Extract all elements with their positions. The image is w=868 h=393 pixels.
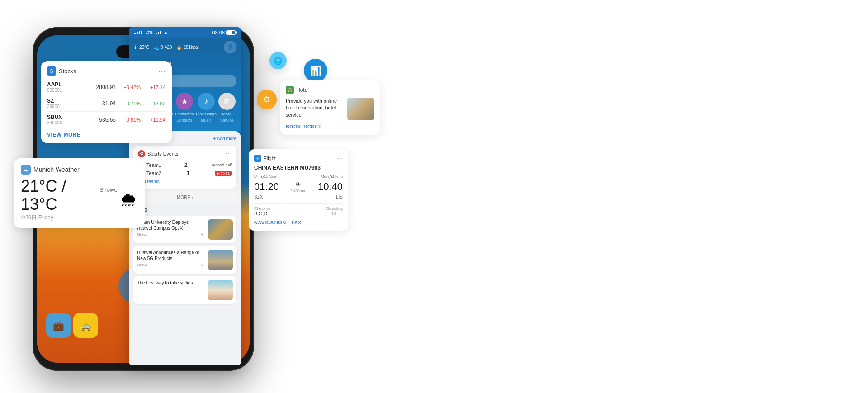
stocks-app-icon: S xyxy=(47,66,56,76)
weather-temp-high: 21°C / 13°C xyxy=(21,177,95,213)
arrival-date: Mon,04,Nov xyxy=(321,175,343,179)
hotel-more-icon[interactable]: ⋯ xyxy=(368,86,374,94)
sports-card-more-icon[interactable]: ⋯ xyxy=(226,150,232,157)
user-avatar[interactable]: 👤 xyxy=(224,41,236,53)
table-row: AAPL000001 2808.91 +0.42% +17.14 xyxy=(47,79,165,95)
feed-item-2: Huawei Announces a Range of New 5G Produ… xyxy=(133,246,236,274)
plane-icon: ✈ xyxy=(296,180,301,188)
sports-card-title: Sports Events xyxy=(147,151,178,156)
taxi-button[interactable]: TAXI xyxy=(291,220,302,225)
arrival-airport: LIS xyxy=(336,194,343,199)
flight-card: ✈ Flight ⋯ CHINA EASTERN MU7983 Mon,04 N… xyxy=(249,149,348,231)
hotel-card: 🏨 Hotel ⋯ Provide you with online hotel … xyxy=(280,80,380,135)
quick-action-more[interactable]: ⊞ More Service xyxy=(218,93,236,123)
flight-number: CHINA EASTERN MU7983 xyxy=(254,165,343,171)
flight-checkin-info: Check in B,C,D Boarding 51 xyxy=(254,203,343,216)
weather-more-icon[interactable]: ⋯ xyxy=(130,166,137,174)
settings-floating-icon[interactable]: ⚙ xyxy=(257,90,277,109)
weather-condition: Shower xyxy=(99,186,119,193)
flight-dates: Mon,04 Nov Mon,04,Nov xyxy=(254,175,343,179)
boarding-label: Boarding xyxy=(326,206,343,211)
weather-app-icon: ☁ xyxy=(21,165,31,175)
view-more-button[interactable]: VIEW MORE xyxy=(47,132,165,138)
favourites-contacts-icon: ★ xyxy=(176,93,193,110)
weather-widget: ☁ Munich Weather ⋯ 21°C / 13°C Shower 4/… xyxy=(14,158,145,228)
checkin-value: B,C,D xyxy=(254,211,270,216)
globe-icon: 🌐 xyxy=(274,57,283,65)
status-bar: LTE ▲ 08:08 xyxy=(129,27,241,38)
globe-floating-icon[interactable]: 🌐 xyxy=(269,52,287,69)
taxi-app-icon[interactable]: 🚕 xyxy=(73,313,98,338)
feed-headline-1: Fudan University Deploys Huawei Campus O… xyxy=(137,219,204,231)
feed-item-3: The best way to take selfies xyxy=(133,276,236,304)
feed-source-1: News ✕ xyxy=(137,232,204,237)
book-ticket-button[interactable]: BOOK TICKET xyxy=(286,124,374,129)
status-time: 08:08 xyxy=(212,30,225,35)
flight-more-icon[interactable]: ⋯ xyxy=(336,155,343,162)
add-teams-link[interactable]: Add teams xyxy=(138,179,232,184)
hotel-card-label: Hotel xyxy=(296,87,309,93)
analytics-icon: 📊 xyxy=(310,65,321,76)
weather-condition-icon: 🌧 xyxy=(119,189,137,210)
feed-image-2 xyxy=(208,250,233,270)
add-more-button[interactable]: + Add more xyxy=(213,136,236,141)
flight-duration: 9h20min xyxy=(291,189,307,193)
feed-image-3 xyxy=(208,280,233,300)
navigation-button[interactable]: NAVIGATION xyxy=(254,220,286,225)
status-bar-right: 08:08 xyxy=(212,30,236,35)
inner-scroll-area: Moments + Add more ⚽ Sports Events ⋯ ⚽ T… xyxy=(129,131,241,365)
quick-action-favourites-contacts[interactable]: ★ Favourites Contacts xyxy=(175,93,194,123)
arrival-time: 10:40 xyxy=(318,182,343,192)
flight-times: 01:20 ✈ 9h20min 10:40 xyxy=(254,180,343,193)
quick-action-play-songs[interactable]: ♪ Play Songs Music xyxy=(196,93,217,123)
flight-airports: SZX LIS xyxy=(254,194,343,199)
more-moments-button[interactable]: MORE › xyxy=(133,192,236,203)
stocks-more-icon[interactable]: ⋯ xyxy=(158,67,165,76)
calories-stat: 281kcal xyxy=(183,45,198,50)
briefcase-app-icon[interactable]: 💼 xyxy=(46,313,71,338)
status-bar-left: LTE ▲ xyxy=(134,30,168,35)
feed-title: Feed xyxy=(133,206,236,213)
feed-headline-2: Huawei Announces a Range of New 5G Produ… xyxy=(137,250,204,261)
feed-headline-3: The best way to take selfies xyxy=(137,280,204,286)
table-row: SZ399001 31.94 -0.71% -13.62 xyxy=(47,95,165,112)
weather-city: Munich Weather xyxy=(33,166,80,173)
flight-card-label: Flight xyxy=(264,156,276,161)
team2-row: ⚽ Team2 1 ▶55:21 xyxy=(138,169,232,177)
flight-action-buttons: NAVIGATION TAXI xyxy=(254,220,343,225)
departure-date: Mon,04 Nov xyxy=(254,175,276,179)
play-songs-icon: ♪ xyxy=(198,93,215,110)
hotel-app-icon: 🏨 xyxy=(286,86,294,94)
departure-time: 01:20 xyxy=(254,182,279,192)
hotel-description: Provide you with online hotel reservatio… xyxy=(286,98,344,118)
sports-events-card: ⚽ Sports Events ⋯ ⚽ Team1 2 Second half … xyxy=(133,146,236,189)
team1-row: ⚽ Team1 2 Second half xyxy=(138,161,232,169)
stocks-widget-title: Stocks xyxy=(59,68,76,75)
flight-app-icon: ✈ xyxy=(254,155,261,162)
weather-date: 4/29日 Friday xyxy=(21,214,119,222)
table-row: SBUX399006 536.66 +0.81% +11.94 xyxy=(47,112,165,128)
health-stats-bar: 🌡 25°C 👟 9,420 🔥 281kcal 👤 xyxy=(133,40,236,57)
boarding-value: 51 xyxy=(326,211,343,216)
analytics-floating-icon[interactable]: 📊 xyxy=(304,59,327,82)
stocks-widget: S Stocks ⋯ AAPL000001 2808.91 +0.42% +17… xyxy=(41,61,172,143)
settings-icon: ⚙ xyxy=(263,95,270,104)
feed-source-2: News ✕ xyxy=(137,263,204,267)
departure-airport: SZX xyxy=(254,194,263,199)
sports-icon: ⚽ xyxy=(138,150,145,157)
temperature-stat: 25°C xyxy=(139,45,149,50)
live-timer-badge: ▶55:21 xyxy=(215,171,232,176)
feed-image-1 xyxy=(208,219,233,240)
feed-item-1: Fudan University Deploys Huawei Campus O… xyxy=(133,216,236,243)
more-services-icon: ⊞ xyxy=(218,93,236,110)
steps-stat: 9,420 xyxy=(160,45,172,50)
checkin-label: Check in xyxy=(254,206,270,211)
hotel-image xyxy=(347,98,374,120)
